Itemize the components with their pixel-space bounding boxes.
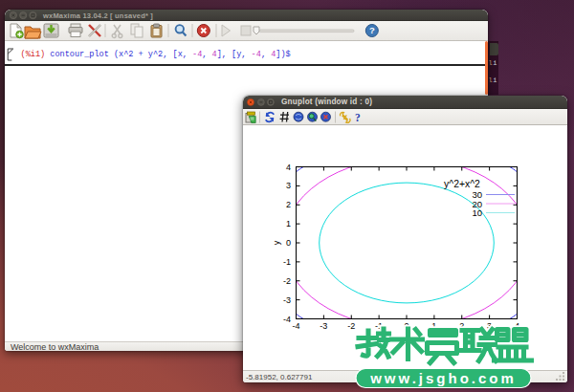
svg-text:10: 10 xyxy=(472,207,482,218)
svg-text:-3: -3 xyxy=(283,295,291,305)
svg-text:-3: -3 xyxy=(320,321,327,331)
svg-text:-4: -4 xyxy=(292,321,299,331)
svg-text:-4: -4 xyxy=(283,315,291,324)
svg-text:?: ? xyxy=(369,25,375,35)
svg-text:3: 3 xyxy=(286,181,291,190)
svg-text:?: ? xyxy=(355,111,361,122)
svg-text:-1: -1 xyxy=(283,257,291,267)
svg-text:4: 4 xyxy=(286,163,291,172)
svg-text:y: y xyxy=(272,240,281,245)
svg-text:www.jsgho.com: www.jsgho.com xyxy=(369,370,517,386)
svg-text:1: 1 xyxy=(286,219,291,229)
svg-text:0: 0 xyxy=(286,238,291,248)
svg-text:2: 2 xyxy=(286,200,291,209)
svg-text:-2: -2 xyxy=(283,276,291,286)
svg-text:y^2+x^2: y^2+x^2 xyxy=(444,179,480,189)
